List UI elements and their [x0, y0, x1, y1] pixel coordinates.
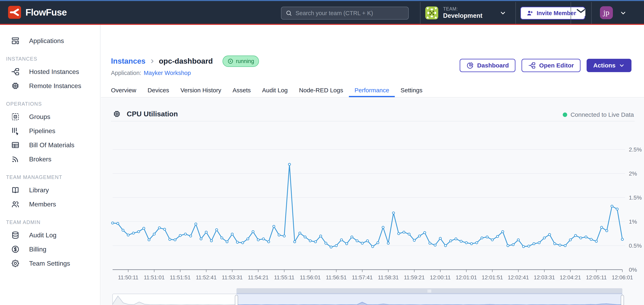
cpu-data-point[interactable] [382, 226, 384, 229]
cpu-data-point[interactable] [434, 244, 436, 246]
tab-version-history[interactable]: Version History [175, 85, 227, 97]
cpu-data-point[interactable] [195, 223, 197, 225]
cpu-data-point[interactable] [283, 235, 286, 237]
open-editor-button[interactable]: Open Editor [522, 59, 580, 72]
cpu-data-point[interactable] [361, 242, 364, 244]
cpu-data-point[interactable] [262, 238, 264, 240]
cpu-data-point[interactable] [564, 245, 566, 247]
cpu-data-point[interactable] [288, 163, 291, 165]
actions-button[interactable]: Actions [586, 59, 632, 72]
tab-devices[interactable]: Devices [142, 85, 175, 97]
tab-audit-log[interactable]: Audit Log [256, 85, 294, 97]
sidebar-item-applications[interactable]: Applications [0, 34, 100, 48]
cpu-data-point[interactable] [455, 238, 457, 240]
sidebar-item-hosted-instances[interactable]: Hosted Instances [0, 65, 100, 79]
cpu-data-point[interactable] [190, 235, 192, 237]
sidebar-item-members[interactable]: Members [0, 197, 100, 211]
cpu-data-point[interactable] [320, 235, 322, 237]
cpu-data-point[interactable] [112, 222, 114, 224]
cpu-data-point[interactable] [325, 242, 327, 244]
cpu-data-point[interactable] [143, 227, 145, 230]
cpu-data-point[interactable] [554, 243, 556, 245]
cpu-data-point[interactable] [174, 239, 176, 241]
cpu-data-point[interactable] [439, 237, 442, 240]
cpu-data-point[interactable] [377, 242, 379, 244]
cpu-data-point[interactable] [179, 235, 181, 237]
cpu-data-point[interactable] [590, 238, 592, 241]
cpu-data-point[interactable] [413, 239, 416, 241]
tab-settings[interactable]: Settings [395, 85, 428, 97]
cpu-data-point[interactable] [138, 231, 140, 233]
cpu-data-point[interactable] [236, 241, 238, 243]
cpu-data-point[interactable] [512, 244, 514, 246]
cpu-data-point[interactable] [486, 236, 488, 238]
cpu-data-point[interactable] [429, 242, 431, 244]
sidebar-item-remote-instances[interactable]: Remote Instances [0, 79, 100, 93]
cpu-data-point[interactable] [372, 245, 374, 248]
sidebar-item-team-settings[interactable]: Team Settings [0, 256, 100, 271]
cpu-data-point[interactable] [273, 225, 275, 227]
cpu-data-point[interactable] [476, 242, 478, 244]
cpu-data-point[interactable] [569, 239, 572, 241]
cpu-data-point[interactable] [122, 229, 124, 231]
cpu-data-point[interactable] [335, 245, 337, 247]
cpu-data-point[interactable] [580, 237, 582, 239]
sidebar-item-groups[interactable]: Groups [0, 110, 100, 124]
brush-selection-area[interactable] [236, 293, 622, 305]
tab-overview[interactable]: Overview [105, 85, 142, 97]
cpu-data-point[interactable] [216, 229, 218, 231]
tab-node-red-logs[interactable]: Node-RED Logs [293, 85, 349, 97]
cpu-data-point[interactable] [470, 243, 472, 245]
brush-grip-icon[interactable] [429, 290, 430, 293]
sidebar-item-library[interactable]: Library [0, 183, 100, 197]
cpu-data-point[interactable] [606, 230, 608, 232]
cpu-data-point[interactable] [543, 237, 546, 239]
cpu-data-point[interactable] [574, 235, 577, 237]
cpu-data-point[interactable] [366, 240, 369, 242]
cpu-data-point[interactable] [496, 235, 499, 238]
cpu-data-point[interactable] [538, 242, 540, 244]
cpu-data-point[interactable] [533, 243, 535, 245]
cpu-data-point[interactable] [158, 227, 160, 229]
cpu-data-point[interactable] [351, 236, 353, 238]
cpu-data-point[interactable] [299, 232, 301, 234]
dashboard-button[interactable]: Dashboard [460, 59, 516, 72]
cpu-data-point[interactable] [387, 242, 389, 244]
cpu-data-point[interactable] [585, 236, 587, 238]
chart-range-brush[interactable] [101, 286, 644, 305]
brush-handle-left[interactable] [235, 295, 238, 305]
cpu-data-point[interactable] [294, 241, 296, 243]
cpu-data-point[interactable] [502, 231, 504, 233]
brush-handle-right[interactable] [621, 295, 624, 305]
cpu-data-point[interactable] [205, 231, 208, 233]
cpu-data-point[interactable] [304, 236, 306, 238]
cpu-data-point[interactable] [522, 245, 525, 248]
cpu-data-point[interactable] [210, 240, 213, 242]
cpu-data-point[interactable] [444, 245, 447, 247]
cpu-data-point[interactable] [231, 233, 233, 235]
application-link[interactable]: Mayker Workshop [144, 70, 191, 76]
cpu-data-point[interactable] [247, 238, 249, 240]
cpu-data-point[interactable] [403, 231, 405, 233]
cpu-data-point[interactable] [148, 239, 150, 241]
user-avatar[interactable]: jp [600, 6, 613, 19]
sidebar-item-pipelines[interactable]: Pipelines [0, 124, 100, 138]
cpu-data-point[interactable] [252, 231, 254, 233]
cpu-data-point[interactable] [528, 245, 530, 247]
brush-grip-icon[interactable] [428, 290, 428, 293]
cpu-data-point[interactable] [200, 238, 202, 240]
cpu-data-point[interactable] [460, 240, 462, 242]
cpu-data-point[interactable] [465, 242, 468, 244]
cpu-data-point[interactable] [491, 239, 494, 241]
user-menu-chevron-down-icon[interactable] [620, 9, 626, 16]
brush-grip-icon[interactable] [430, 290, 431, 293]
cpu-data-point[interactable] [117, 222, 119, 225]
cpu-data-point[interactable] [278, 234, 280, 236]
cpu-data-point[interactable] [221, 237, 223, 239]
cpu-data-point[interactable] [611, 205, 613, 207]
team-chevron-down-icon[interactable] [500, 9, 506, 16]
cpu-data-point[interactable] [481, 237, 483, 239]
team-search[interactable] [281, 7, 409, 19]
cpu-data-point[interactable] [356, 240, 358, 242]
sidebar-item-bill-of-materials[interactable]: Bill Of Materials [0, 138, 100, 152]
